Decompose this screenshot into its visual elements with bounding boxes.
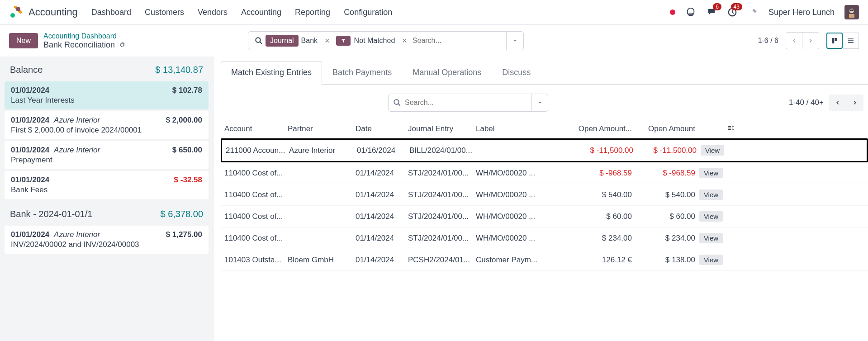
cell: 110400 Cost of...	[221, 234, 288, 243]
messages-icon[interactable]: 6	[706, 7, 717, 18]
col-partner[interactable]: Partner	[288, 124, 356, 133]
topnav-item[interactable]: Vendors	[198, 8, 228, 17]
cell: PCSH2/2024/01...	[408, 256, 476, 265]
view-button[interactable]: View	[699, 168, 723, 178]
statement-partner: Azure Interior	[54, 116, 100, 124]
view-button[interactable]: View	[701, 145, 724, 156]
app-logo[interactable]	[9, 6, 22, 19]
topnav-item[interactable]: Reporting	[295, 8, 330, 17]
statement-amount: $ 650.00	[172, 146, 202, 155]
pager-next[interactable]	[802, 33, 819, 49]
table-next[interactable]	[846, 95, 863, 111]
pager-nav	[786, 32, 819, 49]
statement-card[interactable]: 01/01/2024Azure Interior$ 1,275.00INV/20…	[5, 226, 209, 254]
cell-open2: $ 138.00	[632, 256, 695, 265]
search-icon[interactable]	[252, 37, 266, 45]
view-button[interactable]: View	[699, 211, 723, 222]
left-panel: Balance $ 13,140.87 01/01/2024$ 102.78La…	[0, 57, 213, 341]
col-date[interactable]: Date	[356, 124, 408, 133]
statement-date: 01/01/2024	[11, 86, 49, 95]
cell: WH/MO/00020 ...	[476, 212, 541, 221]
breadcrumb-link[interactable]: Accounting Dashboard	[43, 32, 126, 40]
topnav-item[interactable]: Dashboard	[91, 8, 131, 17]
view-list[interactable]	[843, 33, 859, 49]
statement-desc: Last Year Interests	[11, 96, 202, 105]
cell: STJ/2024/01/00...	[408, 169, 476, 178]
statement-card[interactable]: 01/01/2024$ -32.58Bank Fees	[5, 171, 209, 199]
view-button[interactable]: View	[699, 233, 723, 243]
pager-prev[interactable]	[786, 33, 802, 49]
view-button[interactable]: View	[699, 255, 723, 265]
statement-date: 01/01/2024	[11, 175, 49, 184]
subbar-right: 1-6 / 6	[758, 32, 859, 49]
table-controls: 1-40 / 40+	[221, 94, 868, 112]
col-open-amount-1[interactable]: Open Amount...	[541, 124, 632, 133]
cell-open1: $ 234.00	[541, 234, 632, 243]
statement-amount: $ 1,275.00	[166, 230, 202, 239]
table-search	[388, 94, 532, 112]
search-dropdown[interactable]	[506, 32, 523, 50]
cell-open2: $ 540.00	[632, 190, 695, 199]
cell: 01/14/2024	[356, 212, 408, 221]
app-title: Accounting	[28, 6, 78, 18]
col-label[interactable]: Label	[476, 124, 541, 133]
user-name[interactable]: Super Hero Lunch	[768, 8, 835, 17]
col-open-amount-2[interactable]: Open Amount	[632, 124, 695, 133]
topnav-item[interactable]: Configuration	[344, 8, 392, 17]
tab[interactable]: Manual Operations	[402, 61, 492, 84]
tab[interactable]: Match Existing Entries	[221, 61, 322, 85]
cell: Azure Interior	[289, 146, 357, 155]
cell: 110400 Cost of...	[221, 212, 288, 221]
statement-card[interactable]: 01/01/2024Azure Interior$ 650.00Prepayme…	[5, 141, 209, 169]
cell: STJ/2024/01/00...	[408, 212, 476, 221]
topbar: Accounting DashboardCustomersVendorsAcco…	[0, 0, 868, 25]
cell-open1: $ -11,500.00	[543, 146, 633, 155]
activities-icon[interactable]: 43	[727, 7, 738, 18]
cell-open1: $ 540.00	[541, 190, 632, 199]
table-row[interactable]: 110400 Cost of...01/14/2024STJ/2024/01/0…	[221, 162, 868, 184]
table-prev[interactable]	[829, 95, 846, 111]
avatar[interactable]	[844, 5, 859, 19]
view-button[interactable]: View	[699, 189, 723, 200]
balance-row: Balance $ 13,140.87	[0, 57, 213, 81]
table-pager: 1-40 / 40+	[789, 95, 863, 111]
table-search-input[interactable]	[405, 99, 531, 107]
statement-card[interactable]: 01/01/2024$ 102.78Last Year Interests	[5, 81, 209, 109]
cell: 101403 Outsta...	[221, 256, 288, 265]
topnav-item[interactable]: Customers	[145, 8, 184, 17]
cell: WH/MO/00020 ...	[476, 169, 541, 178]
cell: 211000 Accoun...	[222, 146, 289, 155]
cell: 01/14/2024	[356, 234, 408, 243]
tools-icon[interactable]	[748, 7, 759, 18]
svg-rect-7	[849, 14, 854, 18]
table-row[interactable]: 211000 Accoun...Azure Interior01/16/2024…	[221, 138, 868, 162]
search-input[interactable]	[410, 37, 506, 45]
cell: 110400 Cost of...	[221, 190, 288, 199]
cell: BILL/2024/01/00...	[409, 146, 477, 155]
tab[interactable]: Batch Payments	[322, 61, 402, 84]
search-tag-notmatched-close[interactable]: ×	[399, 36, 410, 46]
svg-point-1	[10, 13, 15, 18]
col-account[interactable]: Account	[221, 124, 288, 133]
cell: WH/MO/00020 ...	[476, 234, 541, 243]
new-button[interactable]: New	[9, 33, 38, 48]
table-search-dropdown[interactable]	[532, 94, 548, 112]
searchbar: Journal Bank × Not Matched ×	[248, 31, 524, 50]
table-row[interactable]: 101403 Outsta...Bloem GmbH01/14/2024PCSH…	[221, 249, 868, 271]
view-kanban[interactable]	[826, 33, 843, 49]
col-settings-icon[interactable]	[727, 124, 740, 133]
tabs: Match Existing EntriesBatch PaymentsManu…	[221, 61, 868, 85]
svg-point-9	[256, 38, 261, 43]
search-tag-notmatched: Not Matched	[351, 35, 400, 47]
dialer-icon[interactable]	[685, 7, 696, 18]
statement-date: 01/01/2024	[11, 116, 49, 124]
col-journal[interactable]: Journal Entry	[408, 124, 476, 133]
gear-icon[interactable]	[119, 41, 126, 48]
search-tag-journal-close[interactable]: ×	[322, 36, 332, 46]
table-row[interactable]: 110400 Cost of...01/14/2024STJ/2024/01/0…	[221, 184, 868, 206]
tab[interactable]: Discuss	[492, 61, 541, 84]
topnav-item[interactable]: Accounting	[241, 8, 281, 17]
table-row[interactable]: 110400 Cost of...01/14/2024STJ/2024/01/0…	[221, 227, 868, 249]
statement-card[interactable]: 01/01/2024Azure Interior$ 2,000.00First …	[5, 111, 209, 139]
table-row[interactable]: 110400 Cost of...01/14/2024STJ/2024/01/0…	[221, 206, 868, 227]
